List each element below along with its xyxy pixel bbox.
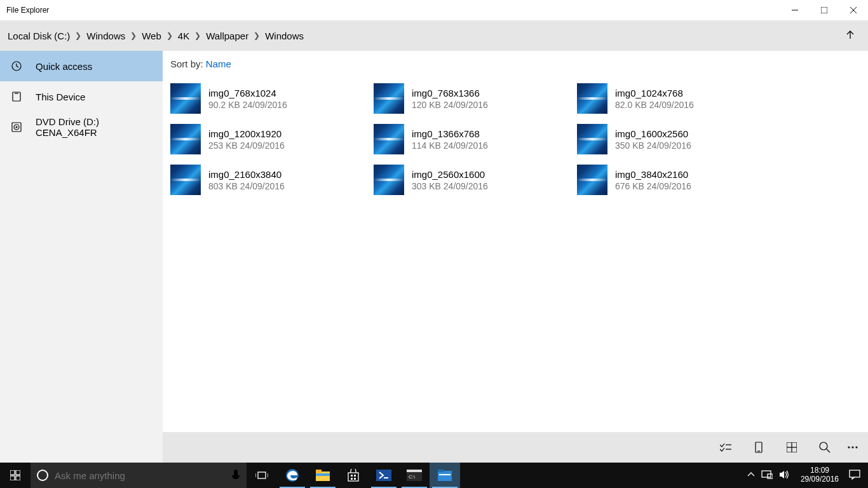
file-item[interactable]: img0_1200x1920 253 KB24/09/2016 — [170, 119, 374, 159]
svg-rect-37 — [351, 475, 353, 477]
svg-rect-29 — [258, 472, 266, 478]
file-name: img0_1600x2560 — [615, 128, 691, 140]
more-button[interactable] — [843, 432, 863, 463]
svg-rect-47 — [438, 470, 444, 472]
breadcrumb-item[interactable]: Local Disk (C:) — [8, 30, 70, 41]
taskbar-app-store[interactable] — [338, 463, 369, 488]
taskbar-app-file-explorer-uwp[interactable] — [430, 463, 460, 488]
grid-view-button[interactable] — [776, 432, 807, 463]
taskbar-app-cmd[interactable]: C:\ — [399, 463, 430, 488]
svg-rect-25 — [10, 476, 15, 480]
breadcrumb-item[interactable]: Web — [142, 30, 161, 41]
breadcrumb-item[interactable]: Windows — [86, 30, 125, 41]
file-subtext: 114 KB24/09/2016 — [412, 140, 488, 151]
file-item[interactable]: img0_2560x1600 303 KB24/09/2016 — [374, 159, 577, 200]
clock-date: 29/09/2016 — [801, 475, 839, 484]
taskbar-search[interactable] — [31, 463, 247, 488]
breadcrumb-bar: Local Disk (C:) ❯ Windows ❯ Web ❯ 4K ❯ W… — [0, 20, 868, 51]
microphone-icon[interactable] — [231, 469, 240, 482]
breadcrumb: Local Disk (C:) ❯ Windows ❯ Web ❯ 4K ❯ W… — [8, 30, 840, 41]
svg-rect-35 — [316, 473, 330, 476]
svg-rect-39 — [351, 478, 353, 480]
minimize-button[interactable] — [780, 0, 810, 20]
file-item[interactable]: img0_768x1366 120 KB24/09/2016 — [374, 78, 577, 119]
volume-icon[interactable] — [779, 470, 790, 480]
svg-rect-26 — [16, 476, 20, 480]
sort-row[interactable]: Sort by: Name — [170, 58, 868, 69]
show-desktop-button[interactable] — [864, 463, 868, 488]
svg-rect-44 — [407, 470, 422, 472]
phone-view-button[interactable] — [743, 432, 774, 463]
svg-point-18 — [820, 442, 827, 450]
file-item[interactable]: img0_2160x3840 803 KB24/09/2016 — [170, 159, 374, 200]
clock-time: 18:09 — [801, 466, 839, 475]
maximize-button[interactable] — [810, 0, 839, 20]
file-name: img0_2560x1600 — [412, 168, 488, 181]
taskbar-app-file-explorer[interactable] — [308, 463, 338, 488]
taskbar-clock[interactable]: 18:09 29/09/2016 — [797, 466, 843, 484]
bottom-command-bar — [0, 432, 868, 463]
taskbar-app-powershell[interactable] — [369, 463, 399, 488]
close-button[interactable] — [839, 0, 868, 20]
file-name: img0_768x1366 — [412, 87, 488, 100]
sidebar-item-label: Quick access — [36, 61, 92, 72]
chevron-right-icon: ❯ — [252, 31, 261, 40]
start-button[interactable] — [0, 463, 31, 488]
system-tray: 18:09 29/09/2016 — [743, 463, 864, 488]
image-thumbnail-icon — [374, 124, 404, 154]
image-thumbnail-icon — [170, 165, 201, 195]
sidebar-item-this-device[interactable]: This Device — [0, 81, 163, 112]
image-thumbnail-icon — [374, 165, 404, 195]
device-icon — [11, 92, 22, 102]
svg-marker-51 — [780, 471, 784, 478]
taskbar-app-edge[interactable] — [277, 463, 308, 488]
svg-point-20 — [848, 447, 850, 448]
image-thumbnail-icon — [577, 165, 607, 195]
network-icon[interactable] — [761, 470, 773, 480]
titlebar: File Explorer — [0, 0, 868, 20]
chevron-right-icon: ❯ — [74, 31, 83, 40]
file-item[interactable]: img0_1366x768 114 KB24/09/2016 — [374, 119, 577, 159]
sort-label: Sort by: — [170, 58, 203, 69]
file-name: img0_3840x2160 — [615, 168, 691, 181]
taskbar-search-input[interactable] — [55, 470, 225, 481]
image-thumbnail-icon — [374, 83, 404, 114]
file-item[interactable]: img0_1600x2560 350 KB24/09/2016 — [577, 119, 780, 159]
tray-overflow-button[interactable] — [747, 471, 755, 479]
file-grid: img0_768x1024 90.2 KB24/09/2016 img0_768… — [170, 78, 868, 200]
file-name: img0_2160x3840 — [208, 168, 285, 181]
up-arrow-button[interactable] — [840, 30, 860, 41]
breadcrumb-item[interactable]: Wallpaper — [206, 30, 248, 41]
search-button[interactable] — [810, 432, 840, 463]
sidebar-item-dvd-drive[interactable]: DVD Drive (D:) CENA_X64FR — [0, 112, 163, 142]
svg-rect-48 — [439, 474, 451, 475]
file-subtext: 90.2 KB24/09/2016 — [208, 100, 287, 110]
file-subtext: 82.0 KB24/09/2016 — [615, 100, 694, 110]
action-center-icon[interactable] — [849, 470, 860, 481]
image-thumbnail-icon — [170, 124, 201, 154]
sidebar-item-label: DVD Drive (D:) CENA_X64FR — [36, 116, 163, 138]
svg-point-21 — [852, 447, 853, 448]
file-subtext: 803 KB24/09/2016 — [208, 181, 285, 191]
task-view-button[interactable] — [247, 463, 277, 488]
breadcrumb-item[interactable]: 4K — [178, 30, 189, 41]
disc-icon — [11, 122, 22, 132]
svg-rect-46 — [438, 471, 452, 481]
breadcrumb-item[interactable]: Windows — [265, 30, 304, 41]
sidebar-item-label: This Device — [36, 92, 85, 102]
file-subtext: 350 KB24/09/2016 — [615, 140, 691, 151]
image-thumbnail-icon — [170, 83, 201, 114]
cortana-icon — [37, 470, 48, 481]
select-toggle-button[interactable] — [710, 432, 741, 463]
svg-rect-1 — [821, 7, 827, 13]
sort-value[interactable]: Name — [206, 58, 231, 69]
file-item[interactable]: img0_768x1024 90.2 KB24/09/2016 — [170, 78, 374, 119]
file-item[interactable]: img0_1024x768 82.0 KB24/09/2016 — [577, 78, 780, 119]
sidebar: Quick access This Device DVD Drive (D:) … — [0, 51, 163, 432]
svg-point-22 — [856, 447, 857, 448]
svg-rect-34 — [316, 470, 322, 473]
sidebar-item-quick-access[interactable]: Quick access — [0, 51, 163, 81]
file-subtext: 253 KB24/09/2016 — [208, 140, 285, 151]
file-item[interactable]: img0_3840x2160 676 KB24/09/2016 — [577, 159, 780, 200]
svg-rect-23 — [10, 470, 15, 475]
